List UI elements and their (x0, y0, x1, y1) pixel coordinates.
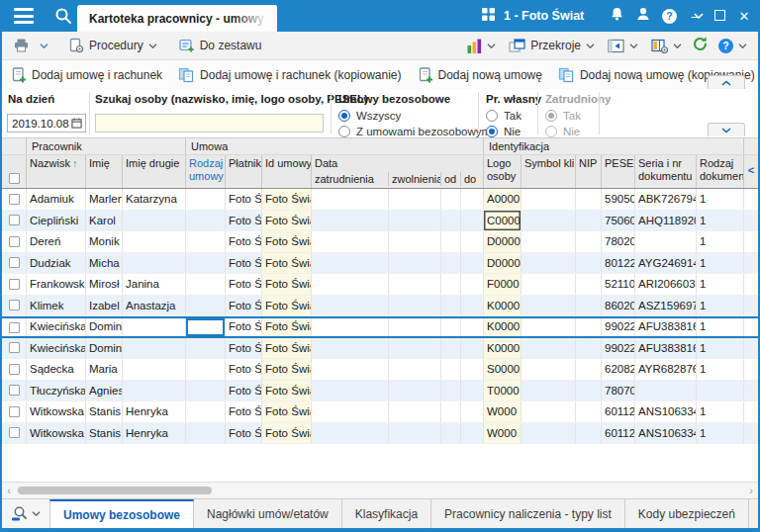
cell-nip[interactable] (576, 189, 602, 210)
table-row[interactable]: TłuczyńskaAgniesFoto ŚFoto Świat/T000078… (2, 381, 758, 402)
notifications-bell-icon[interactable] (610, 6, 624, 26)
cell-zatr[interactable] (312, 253, 389, 274)
tab-naglowki-umow[interactable]: Nagłówki umów/etatów (194, 499, 342, 528)
cell-zatr[interactable] (312, 211, 389, 231)
cell-rodzajdok[interactable]: 1 (697, 401, 744, 422)
col-header-imie[interactable]: Imię (86, 155, 123, 188)
cell-seria[interactable]: AHQ118920 (635, 211, 697, 231)
cell-symbol[interactable] (522, 231, 576, 252)
cell-platnik[interactable]: Foto Ś (226, 211, 262, 231)
tab-konta-bankowe[interactable]: Konta bankowe pracowników (749, 499, 760, 528)
radio-z-umowami[interactable]: Z umowami bezosobowymi (338, 126, 494, 137)
cell-id[interactable]: Foto Świat/ (262, 338, 312, 359)
row-checkbox[interactable] (9, 194, 20, 205)
cell-rodzajdok[interactable]: 1 (697, 253, 744, 274)
group-header-pracownik[interactable]: Pracownik (27, 138, 186, 154)
cell-do[interactable] (461, 211, 484, 231)
cell-nip[interactable] (576, 423, 602, 444)
col-header-id-umowy[interactable]: Id umowy (262, 155, 312, 188)
cell-pesel[interactable]: 80122 (602, 253, 635, 274)
cell-logo[interactable]: D0000 (484, 253, 522, 274)
cell-id[interactable]: Foto Świat/ (262, 423, 312, 444)
cell-symbol[interactable] (522, 401, 576, 422)
col-header-zatrudnienia[interactable]: zatrudnienia (312, 172, 389, 186)
cell-do[interactable] (461, 318, 484, 336)
cell-zwol[interactable] (389, 189, 441, 210)
cell-od[interactable] (441, 359, 461, 380)
cell-id[interactable]: Foto Świat/ (262, 359, 312, 380)
cell-nip[interactable] (576, 274, 602, 295)
cell-rodzaj[interactable] (186, 359, 226, 380)
przekroje-dropdown-icon[interactable] (586, 44, 595, 48)
cell-zatr[interactable] (312, 381, 389, 401)
row-checkbox-cell[interactable] (2, 318, 27, 336)
cell-nip[interactable] (576, 231, 602, 252)
document-tab[interactable]: Kartoteka pracownicy - umowy z (77, 5, 277, 32)
cell-rodzajdok[interactable]: 1 (697, 274, 744, 295)
table-row[interactable]: DereńMonikFoto ŚFoto Świat/D0000780201 (2, 231, 758, 253)
cell-nazwisko[interactable]: Sądecka (27, 359, 86, 380)
cell-imie[interactable]: Marlen (86, 189, 123, 210)
cell-nip[interactable] (576, 253, 602, 274)
cell-nip[interactable] (576, 338, 602, 359)
cell-symbol[interactable] (522, 296, 576, 316)
cell-seria[interactable]: ABK726794 (635, 189, 697, 210)
cell-seria[interactable]: AFU383816 (635, 338, 697, 359)
cell-nip[interactable] (576, 381, 602, 401)
select-all-checkbox[interactable] (9, 173, 20, 184)
table-row[interactable]: SądeckaMariaFoto ŚFoto Świat/S000062082A… (2, 359, 758, 381)
cell-rodzajdok[interactable] (697, 381, 744, 401)
cell-imie[interactable]: Karol (86, 211, 123, 231)
cell-platnik[interactable]: Foto Ś (226, 318, 262, 336)
cell-nip[interactable] (576, 401, 602, 422)
help-icon[interactable]: ? (662, 9, 677, 24)
cell-symbol[interactable] (522, 359, 576, 380)
cell-pesel[interactable]: 99022 (602, 318, 635, 336)
tab-umowy-bezosobowe[interactable]: Umowy bezosobowe (49, 499, 194, 528)
cell-imie[interactable]: Micha (86, 253, 123, 274)
cell-seria[interactable] (635, 231, 697, 252)
cell-imie[interactable]: Izabel (86, 296, 123, 316)
col-header-logo-osoby[interactable]: Logo osoby (484, 155, 522, 188)
cell-pesel[interactable]: 99022 (602, 338, 635, 359)
cell-od[interactable] (441, 211, 461, 231)
cell-rodzaj[interactable] (186, 338, 226, 359)
tab-klasyfikacja[interactable]: Klasyfikacja (342, 499, 431, 528)
cell-imie2[interactable]: Anastazja (123, 296, 186, 316)
cell-zwol[interactable] (389, 296, 441, 316)
cell-zwol[interactable] (389, 318, 441, 336)
col-header-platnik[interactable]: Płatnik (226, 155, 262, 188)
cell-od[interactable] (441, 253, 461, 274)
cell-id[interactable]: Foto Świat/ (262, 296, 312, 316)
cell-pesel[interactable]: 52110 (602, 274, 635, 295)
col-header-do[interactable]: do (461, 172, 484, 186)
cell-zwol[interactable] (389, 401, 441, 422)
cell-platnik[interactable]: Foto Ś (226, 253, 262, 274)
expand-filter-down-button[interactable] (708, 123, 745, 136)
cell-do[interactable] (461, 423, 484, 444)
cell-zwol[interactable] (389, 359, 441, 380)
cell-symbol[interactable] (522, 189, 576, 210)
cell-platnik[interactable]: Foto Ś (226, 296, 262, 316)
radio-pr-wlasny-tak[interactable]: Tak (486, 110, 541, 122)
cell-od[interactable] (441, 423, 461, 444)
cell-rodzaj[interactable] (186, 189, 226, 210)
cell-zatr[interactable] (312, 401, 389, 422)
cell-nazwisko[interactable]: Kwiecińska (27, 338, 86, 359)
cell-logo[interactable]: C0000 (484, 211, 522, 231)
cell-rodzaj[interactable] (186, 231, 226, 252)
cell-imie2[interactable] (123, 231, 186, 252)
table-row[interactable]: KwiecińskaDominFoto ŚFoto Świat/K0000990… (2, 316, 758, 338)
cell-imie2[interactable] (123, 338, 186, 359)
cell-rodzajdok[interactable]: 1 (697, 423, 744, 444)
cell-nip[interactable] (576, 359, 602, 380)
cell-pesel[interactable]: 60112 (602, 401, 635, 422)
add-contract-invoice-button[interactable]: Dodaj umowę i rachunek (11, 67, 162, 83)
row-checkbox[interactable] (9, 257, 20, 268)
radio-wszyscy[interactable]: Wszyscy (338, 110, 494, 122)
minimize-button[interactable]: – (688, 9, 702, 24)
col-header-nip[interactable]: NIP (576, 155, 602, 188)
col-header-pesel[interactable]: PESEL (602, 155, 635, 188)
group-header-identyfikacja[interactable]: Identyfikacja (484, 138, 744, 154)
cell-zatr[interactable] (312, 231, 389, 252)
